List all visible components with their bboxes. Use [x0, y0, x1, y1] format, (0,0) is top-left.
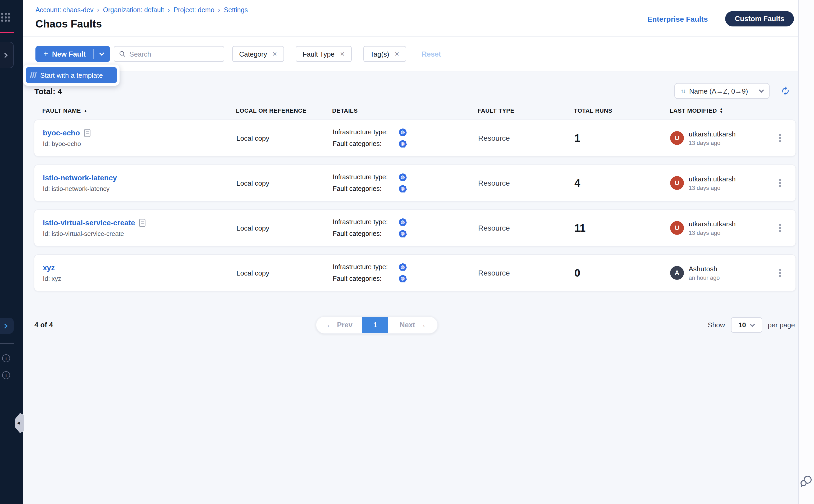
modified-by-name: Ashutosh	[689, 265, 720, 273]
enterprise-faults-link[interactable]: Enterprise Faults	[647, 15, 708, 23]
menu-item-start-with-template[interactable]: Start with a template	[26, 67, 117, 83]
close-icon[interactable]: ✕	[340, 51, 345, 57]
chevron-down-icon	[759, 88, 764, 93]
column-last-modified[interactable]: LAST MODIFIED ▲▼	[670, 107, 774, 114]
table-row[interactable]: xyz Id: xyz Local copy Infrastructure ty…	[34, 254, 796, 291]
breadcrumb-separator: ›	[97, 6, 99, 14]
info-icon[interactable]: i	[2, 371, 10, 379]
filter-fault-type-label: Fault Type	[303, 50, 335, 58]
copy-id-icon[interactable]	[139, 219, 146, 227]
total-runs: 0	[574, 267, 670, 279]
new-fault-label: New Fault	[52, 50, 86, 58]
fault-name-link[interactable]: xyz	[43, 263, 55, 272]
row-menu-button[interactable]	[775, 179, 785, 187]
prev-page-button[interactable]: ← Prev	[316, 317, 362, 333]
new-fault-dropdown-toggle[interactable]	[94, 46, 110, 62]
next-page-button[interactable]: Next →	[388, 317, 437, 333]
new-fault-split-button[interactable]: + New Fault	[35, 46, 110, 62]
column-label: LAST MODIFIED	[670, 107, 717, 114]
kubernetes-icon: ☸	[399, 185, 407, 193]
breadcrumb-separator: ›	[168, 6, 170, 14]
filter-category[interactable]: Category ✕	[232, 46, 284, 62]
fault-name-link[interactable]: byoc-echo	[43, 129, 80, 137]
chaos-faults-page: i i ◀ Account: chaos-dev › Organization:…	[0, 0, 814, 504]
fault-type: Resource	[478, 269, 574, 277]
menu-item-label: Start with a template	[40, 71, 103, 79]
filter-tags[interactable]: Tag(s) ✕	[363, 46, 406, 62]
column-label: DETAILS	[332, 107, 358, 114]
table-row[interactable]: byoc-echo Id: byoc-echo Local copy Infra…	[34, 120, 796, 157]
plus-icon: +	[43, 50, 48, 58]
chat-help-icon[interactable]	[799, 474, 813, 492]
close-icon[interactable]: ✕	[395, 51, 399, 57]
chevron-down-icon	[99, 51, 104, 56]
filter-fault-type[interactable]: Fault Type ✕	[296, 46, 351, 62]
kubernetes-icon: ☸	[399, 275, 407, 283]
sort-arrows-icon: ↑↓	[681, 87, 685, 95]
infrastructure-type-label: Infrastructure type:	[333, 129, 399, 136]
sort-select[interactable]: ↑↓ Name (A→Z, 0→9)	[674, 83, 770, 99]
nav-module-button[interactable]	[0, 42, 14, 68]
refresh-icon	[781, 86, 790, 96]
fault-name-link[interactable]: istio-virtual-service-create	[43, 218, 135, 227]
row-menu-button[interactable]	[775, 269, 785, 277]
local-or-reference: Local copy	[236, 269, 333, 277]
info-icon[interactable]: i	[2, 354, 10, 362]
fault-id: Id: xyz	[43, 275, 236, 282]
total-count-label: Total: 4	[34, 86, 62, 95]
fault-id: Id: byoc-echo	[43, 140, 236, 148]
pager: ← Prev 1 Next →	[316, 316, 438, 334]
breadcrumb-organization[interactable]: Organization: default	[103, 6, 164, 14]
kubernetes-icon: ☸	[399, 140, 407, 148]
modified-time: 13 days ago	[689, 140, 736, 146]
kubernetes-icon: ☸	[399, 218, 407, 226]
column-total-runs: TOTAL RUNS	[574, 107, 670, 114]
table-row[interactable]: istio-network-latency Id: istio-network-…	[34, 164, 796, 201]
sort-select-value: Name (A→Z, 0→9)	[689, 87, 748, 95]
show-label: Show	[708, 321, 725, 329]
new-fault-button[interactable]: + New Fault	[35, 46, 93, 62]
page-size-select[interactable]: 10	[731, 317, 762, 333]
page-header: Account: chaos-dev › Organization: defau…	[23, 0, 798, 37]
custom-faults-button[interactable]: Custom Faults	[725, 11, 794, 26]
column-label: FAULT NAME	[42, 107, 81, 114]
local-or-reference: Local copy	[236, 224, 333, 232]
search-box	[114, 46, 224, 62]
breadcrumb-account[interactable]: Account: chaos-dev	[35, 6, 94, 14]
search-input[interactable]	[129, 50, 219, 58]
app-grid-icon[interactable]	[1, 13, 10, 22]
total-runs: 4	[574, 177, 670, 189]
right-gutter	[798, 0, 814, 504]
main-area: Account: chaos-dev › Organization: defau…	[23, 0, 798, 504]
kubernetes-icon: ☸	[399, 230, 407, 238]
brand-accent-bar	[0, 32, 14, 33]
infrastructure-type-label: Infrastructure type:	[333, 263, 399, 271]
copy-id-icon[interactable]	[84, 129, 90, 137]
row-menu-button[interactable]	[775, 224, 785, 232]
kubernetes-icon: ☸	[399, 128, 407, 136]
breadcrumb-project[interactable]: Project: demo	[173, 6, 214, 14]
column-fault-name[interactable]: FAULT NAME ▲	[42, 107, 236, 114]
row-menu-button[interactable]	[775, 134, 785, 142]
column-label: TOTAL RUNS	[574, 107, 612, 114]
avatar: U	[670, 221, 684, 235]
modified-by-name: utkarsh.utkarsh	[689, 220, 736, 228]
kubernetes-icon: ☸	[399, 263, 407, 271]
template-icon	[31, 72, 36, 78]
table-header-row: FAULT NAME ▲ LOCAL OR REFERENCE DETAILS …	[34, 107, 796, 114]
reset-filters-link[interactable]: Reset	[422, 50, 441, 58]
fault-type: Resource	[478, 224, 574, 232]
nav-expand-button[interactable]	[0, 318, 14, 334]
page-1-button[interactable]: 1	[362, 317, 388, 333]
fault-name-link[interactable]: istio-network-latency	[43, 173, 117, 182]
modified-time: 13 days ago	[689, 230, 736, 236]
filter-tags-label: Tag(s)	[370, 50, 389, 58]
total-runs: 1	[574, 132, 670, 144]
close-icon[interactable]: ✕	[272, 51, 277, 57]
refresh-button[interactable]	[781, 86, 790, 96]
filter-category-label: Category	[239, 50, 267, 58]
per-page-label: per page	[768, 321, 795, 329]
prev-label: Prev	[337, 321, 353, 329]
breadcrumb-settings[interactable]: Settings	[224, 6, 248, 14]
table-row[interactable]: istio-virtual-service-create Id: istio-v…	[34, 209, 796, 246]
